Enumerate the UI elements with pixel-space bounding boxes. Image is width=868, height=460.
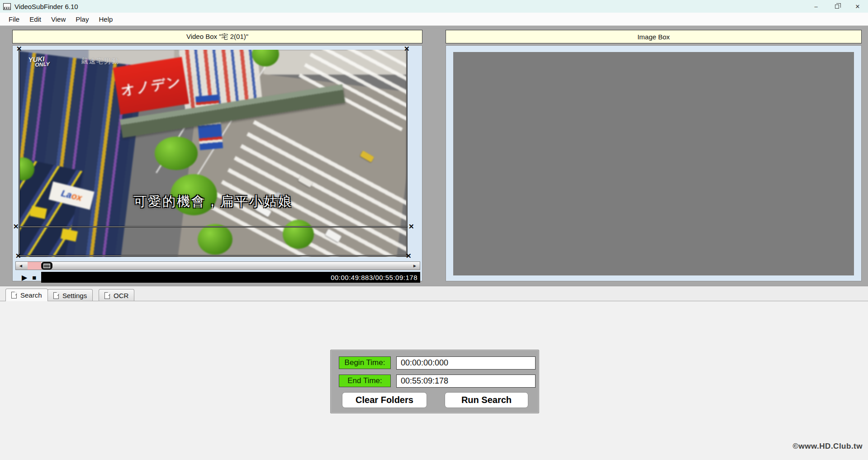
app-window: VideoSubFinder 6.10 – ✕ File Edit View P… [0, 0, 868, 460]
clear-folders-button[interactable]: Clear Folders [342, 392, 427, 408]
tab-search[interactable]: Search [5, 289, 48, 301]
minimize-button[interactable]: – [806, 0, 826, 13]
menu-view[interactable]: View [46, 14, 71, 25]
scene-tree [155, 137, 197, 170]
begin-time-row: Begin Time: [339, 356, 536, 370]
tab-settings-label: Settings [62, 292, 87, 299]
play-button[interactable]: ▶ [22, 273, 27, 282]
window-title: VideoSubFinder 6.10 [14, 3, 78, 10]
trackbar-played-region[interactable] [28, 262, 41, 270]
scene-tree [198, 224, 232, 255]
close-button[interactable]: ✕ [847, 0, 868, 13]
app-icon [3, 3, 11, 10]
image-box-panel: Image Box [446, 30, 862, 281]
page-icon [11, 292, 17, 299]
onoden-sign-text: オノデン [119, 72, 183, 100]
trackbar-track[interactable] [52, 262, 410, 270]
bottom-line-left-handle[interactable]: ✕ [15, 254, 21, 258]
title-bar: VideoSubFinder 6.10 – ✕ [0, 0, 868, 13]
page-icon [53, 292, 59, 299]
subtitle-bottom-line[interactable] [19, 255, 407, 256]
menu-bar: File Edit View Play Help [0, 13, 868, 26]
stop-button[interactable]: ■ [32, 274, 36, 281]
time-display: 00:00:49:883/00:55:09:178 [41, 272, 420, 283]
subtitle-top-line[interactable] [19, 226, 407, 228]
menu-edit[interactable]: Edit [24, 14, 46, 25]
menu-file[interactable]: File [4, 14, 24, 25]
left-line-handle[interactable]: ✕ [16, 47, 22, 51]
scene-tree [283, 220, 314, 249]
begin-time-label: Begin Time: [339, 356, 391, 369]
tab-ocr-label: OCR [114, 292, 128, 299]
menu-play[interactable]: Play [71, 14, 94, 25]
run-search-button[interactable]: Run Search [445, 392, 528, 408]
search-controls-box: Begin Time: End Time: Clear Folders Run … [330, 350, 539, 413]
tab-search-label: Search [20, 291, 42, 299]
video-box-body: オノデン Laox YUKI [12, 45, 422, 281]
transport-controls: ▶ ■ 00:00:49:883/00:55:09:178 [15, 272, 420, 283]
end-time-input[interactable] [396, 375, 536, 388]
restore-icon [835, 5, 839, 9]
image-box-body [446, 45, 862, 281]
video-subtitle-text: 可愛的機會，扁平小姑娘 [19, 193, 407, 211]
trackbar-left-arrow[interactable]: ◄ [16, 262, 26, 270]
image-box-title: Image Box [446, 30, 862, 43]
yuki-only-logo: YUKI ONLY [28, 55, 50, 68]
window-controls: – ✕ [806, 0, 868, 13]
bottom-line-right-handle[interactable]: ✕ [406, 254, 412, 258]
video-box-title: Video Box "宅 2(01)" [12, 30, 422, 43]
tab-ocr[interactable]: OCR [99, 289, 134, 301]
video-position-trackbar[interactable]: ◄ ► [15, 261, 420, 270]
bottom-notebook: Search Settings OCR Begin Time: End Time… [0, 286, 868, 460]
image-box-canvas [453, 52, 854, 275]
tab-settings[interactable]: Settings [47, 289, 93, 301]
tab-strip: Search Settings OCR [0, 286, 868, 301]
page-icon [104, 292, 110, 299]
end-time-label: End Time: [339, 375, 391, 387]
top-line-left-handle[interactable]: ✕ [13, 224, 19, 229]
trackbar-thumb[interactable] [41, 262, 52, 270]
begin-time-input[interactable] [396, 356, 536, 370]
trackbar-right-arrow[interactable]: ► [410, 262, 420, 270]
trackbar-grip-icon [43, 264, 50, 268]
menu-help[interactable]: Help [94, 14, 118, 25]
end-time-row: End Time: [339, 375, 536, 388]
right-line-handle[interactable]: ✕ [404, 47, 410, 51]
yuki-logo-line2: ONLY [35, 61, 50, 68]
video-box-panel: Video Box "宅 2(01)" オノデ [12, 30, 422, 281]
restore-button[interactable] [826, 0, 847, 13]
top-line-right-handle[interactable]: ✕ [408, 224, 414, 229]
channel-watermark: 飆速宅男動 [81, 57, 119, 66]
scene-onoden-sign: オノデン [113, 57, 189, 115]
site-watermark: ©www.HD.Club.tw [793, 442, 863, 451]
